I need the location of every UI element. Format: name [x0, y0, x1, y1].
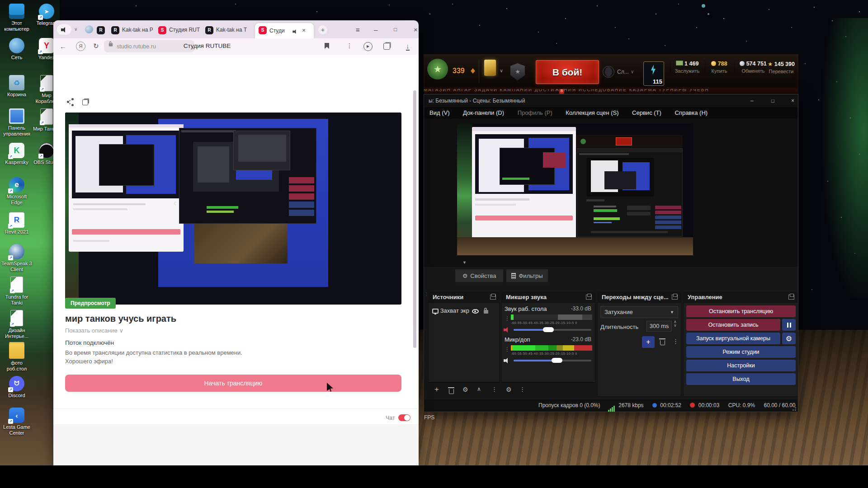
obs-menu-help[interactable]: Справка (H): [675, 109, 708, 116]
studio-mode-button[interactable]: Режим студии: [686, 346, 796, 358]
mixer-ch1-menu-icon[interactable]: ⋮: [505, 315, 510, 322]
obs-menu-tools[interactable]: Сервис (T): [632, 109, 661, 116]
mixer-ch2-menu-icon[interactable]: ⋮: [505, 346, 510, 352]
desktop-icon-tundra[interactable]: Tundra for Tanki: [1, 277, 33, 306]
mixer-ch1-mute-button[interactable]: [504, 326, 509, 334]
browser-close-button[interactable]: ×: [414, 26, 418, 33]
desktop-icon-edge[interactable]: e Microsoft Edge: [1, 177, 33, 206]
tab-kaktak-1[interactable]: R Kak-tak на Р: [111, 25, 154, 34]
stop-recording-button[interactable]: Остановить запись: [686, 319, 780, 331]
duration-input[interactable]: 300 ms: [646, 321, 672, 332]
mixer-ch2-speaker-button[interactable]: [504, 357, 509, 365]
desktop-icon-kaspersky[interactable]: K Kaspersky: [1, 143, 33, 165]
tabs-sound-button[interactable]: [57, 24, 71, 35]
start-stream-button[interactable]: Начать трансляцию: [65, 375, 401, 392]
downloads-icon[interactable]: ↓: [406, 42, 410, 51]
gift-bag-icon[interactable]: [484, 60, 496, 76]
visibility-eye-icon[interactable]: [472, 309, 479, 314]
obs-close-button[interactable]: ×: [791, 94, 794, 107]
obs-maximize-button[interactable]: □: [771, 94, 774, 107]
popout-icon[interactable]: [672, 295, 678, 300]
tab-audio-icon[interactable]: [292, 29, 297, 34]
obs-preview-zone[interactable]: ▼: [424, 119, 798, 267]
transition-select[interactable]: Затухание ▼: [600, 306, 678, 318]
mixer-ch1-volume-slider[interactable]: [514, 329, 591, 331]
dock-handle[interactable]: ⋮: [424, 292, 428, 396]
mixer-ch2-volume-slider[interactable]: [514, 360, 591, 361]
bookmark-icon[interactable]: [325, 43, 329, 49]
collections-icon[interactable]: [383, 43, 390, 50]
preview-collapse-icon[interactable]: ▼: [462, 260, 467, 265]
carousel-prev-icon[interactable]: ‹: [174, 198, 176, 208]
show-description-link[interactable]: Показать описание ∨: [65, 327, 123, 334]
currency-crew-xp[interactable]: 1 469 Заслужить: [670, 61, 704, 74]
obs-titlebar[interactable]: ы: Безымянный - Сцены: Безымянный – □ ×: [424, 94, 798, 107]
source-properties-button[interactable]: ⚙ Свойства: [455, 269, 504, 282]
transitions-dock-header[interactable]: Переходы между сце...: [597, 292, 681, 302]
mixer-settings-gear-icon[interactable]: ⚙: [506, 386, 512, 393]
start-virtual-camera-button[interactable]: Запуск виртуальной камеры: [686, 333, 780, 344]
browser-menu-button[interactable]: ≡: [356, 26, 360, 33]
currency-free-xp[interactable]: ★ 145 390 Перевести: [764, 61, 798, 74]
chat-toggle[interactable]: [398, 414, 410, 421]
desktop-icon-photo-folder[interactable]: фото роб.стол: [1, 343, 33, 372]
source-filters-button[interactable]: Фильтры: [506, 269, 548, 282]
tab-studio-1[interactable]: S Студия RUT: [158, 25, 201, 34]
source-item-display-capture[interactable]: Захват экр: [432, 307, 488, 315]
desktop-icon-network[interactable]: Сеть: [1, 38, 33, 61]
duration-spinner[interactable]: ∧∨: [674, 320, 677, 327]
open-external-icon[interactable]: [82, 99, 88, 105]
popout-icon[interactable]: [586, 295, 592, 300]
add-source-button[interactable]: +: [434, 385, 439, 394]
tab-kaktak-2[interactable]: R Kak-tak на Т: [205, 25, 248, 34]
remove-source-button[interactable]: [449, 389, 454, 394]
obs-minimize-button[interactable]: –: [750, 94, 754, 107]
spectator-icon[interactable]: [603, 66, 614, 78]
obs-menu-profile[interactable]: Профиль (P): [518, 109, 552, 116]
badge-shield-icon[interactable]: ★: [510, 63, 525, 80]
desktop-icon-this-pc[interactable]: Этот компьютер: [1, 4, 33, 32]
desktop-icon-teamspeak[interactable]: TeamSpeak 3 Client: [1, 244, 33, 272]
popout-icon[interactable]: [490, 295, 496, 300]
video-popup-icon[interactable]: ▶: [363, 42, 373, 51]
lock-icon[interactable]: [484, 310, 488, 314]
obs-menu-scene-collection[interactable]: Коллекция сцен (S): [566, 109, 618, 116]
desktop-icon-discord[interactable]: ᗢ Discord: [1, 376, 33, 399]
exit-button[interactable]: Выход: [686, 373, 796, 385]
desktop-icon-recycle-bin[interactable]: ♻ Корзина: [1, 75, 33, 98]
sources-menu-icon[interactable]: ⋮: [491, 386, 497, 393]
controls-dock-header[interactable]: Управление: [683, 292, 798, 302]
obs-menu-docks[interactable]: Док-панели (D): [463, 109, 504, 116]
desktop-icon-lesta[interactable]: ‹ Lesta Game Center: [1, 408, 33, 436]
toolbar-menu-dots-icon[interactable]: ⋮: [346, 42, 353, 49]
tab-close-icon[interactable]: ×: [302, 27, 306, 34]
currency-gold[interactable]: 788 Купить: [705, 61, 733, 74]
resize-grip[interactable]: [795, 409, 796, 411]
browser-scrollbar[interactable]: [413, 90, 416, 348]
popout-icon[interactable]: [788, 295, 794, 300]
sources-dock-header[interactable]: Источники: [428, 292, 500, 302]
source-properties-gear-icon[interactable]: ⚙: [462, 386, 468, 393]
add-transition-button[interactable]: +: [642, 336, 655, 348]
stop-streaming-button[interactable]: Остановить трансляцию: [686, 305, 796, 317]
tab-studio-active[interactable]: S Студи ×: [255, 23, 314, 38]
browser-maximize-button[interactable]: □: [394, 26, 397, 33]
bag-dropdown-icon[interactable]: ∨: [500, 68, 503, 74]
share-icon[interactable]: [67, 101, 69, 103]
account-level[interactable]: 339: [453, 67, 465, 75]
spectator-dropdown-icon[interactable]: ∨: [631, 69, 634, 74]
pinned-tab-globe-icon[interactable]: [85, 25, 93, 33]
desktop-icon-design[interactable]: Дизайн Интерье...: [1, 310, 33, 339]
pause-recording-button[interactable]: [782, 319, 796, 331]
obs-menu-view[interactable]: Вид (V): [429, 109, 449, 116]
battle-button[interactable]: В бой!: [536, 60, 599, 84]
new-tab-button[interactable]: +: [318, 25, 327, 34]
stream-preview[interactable]: ‹: [65, 113, 401, 305]
settings-button[interactable]: Настройки: [686, 360, 796, 371]
mixer-dock-header[interactable]: Микшер звука: [501, 292, 595, 302]
pinned-tab-rutube[interactable]: R: [97, 25, 105, 34]
virtual-camera-settings-button[interactable]: ⚙: [782, 333, 796, 344]
reserves-tile[interactable]: 115: [643, 61, 664, 86]
reload-button[interactable]: ↻: [93, 42, 99, 49]
back-button[interactable]: ←: [60, 43, 66, 50]
